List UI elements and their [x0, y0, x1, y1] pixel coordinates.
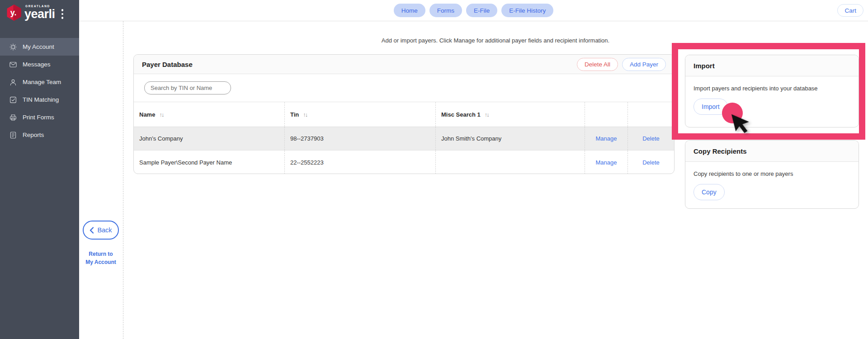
import-panel: Import Import payers and recipients into…	[685, 55, 859, 127]
nav-efile-history-button[interactable]: E-File History	[501, 4, 553, 17]
payer-tin-cell: 22--2552223	[285, 151, 436, 174]
sidebar-item-manage-team[interactable]: Manage Team	[0, 73, 79, 91]
sort-arrows-icon[interactable]: ↑↓	[159, 111, 163, 118]
copy-recipients-panel: Copy Recipients Copy recipients to one o…	[685, 140, 859, 209]
top-navigation: Home Forms E-File E-File History	[79, 4, 868, 17]
payer-panel-header: Payer Database Delete All Add Payer	[134, 55, 674, 74]
chevron-left-icon	[90, 227, 94, 234]
column-header-manage	[585, 102, 628, 127]
import-panel-header: Import	[685, 55, 859, 76]
sidebar-item-tin-matching[interactable]: TIN Matching	[0, 91, 79, 108]
column-header-misc-search: Misc Search 1 ↑↓	[436, 102, 585, 127]
copy-description: Copy recipients to one or more payers	[693, 170, 850, 177]
sidebar-item-reports[interactable]: Reports	[0, 126, 79, 144]
import-button[interactable]: Import	[693, 99, 728, 115]
copy-panel-header: Copy Recipients	[685, 141, 859, 162]
delete-link[interactable]: Delete	[642, 159, 660, 166]
payer-search-input[interactable]	[144, 81, 231, 94]
payer-database-panel: Payer Database Delete All Add Payer Name…	[133, 54, 675, 174]
svg-text:y.: y.	[10, 8, 17, 17]
payer-search-row	[134, 74, 674, 102]
column-header-delete	[628, 102, 674, 127]
add-payer-button[interactable]: Add Payer	[622, 58, 666, 71]
table-row: Sample Payer\Second Payer Name 22--25522…	[134, 151, 674, 174]
nav-home-button[interactable]: Home	[394, 4, 425, 17]
yearli-wordmark: yearli	[24, 8, 55, 20]
brand-logo[interactable]: y. GREATLAND yearli	[0, 0, 79, 21]
manage-link[interactable]: Manage	[596, 135, 617, 142]
sidebar-item-label: Messages	[23, 61, 51, 68]
sidebar-item-label: Print Forms	[23, 114, 54, 121]
person-icon	[9, 78, 17, 86]
sidebar-item-label: Reports	[23, 132, 44, 138]
payer-tin-cell: 98--2737903	[285, 127, 436, 150]
sidebar-item-label: TIN Matching	[23, 96, 59, 103]
manage-link[interactable]: Manage	[596, 159, 617, 166]
payer-misc-cell: John Smith's Company	[436, 127, 585, 150]
copy-button[interactable]: Copy	[693, 184, 725, 200]
sidebar-nav: My Account Messages Manage Team TIN Matc…	[0, 38, 79, 144]
import-panel-body: Import payers and recipients into your d…	[685, 76, 859, 115]
yearli-hexagon-logo-icon: y.	[6, 5, 22, 21]
gear-icon	[9, 43, 17, 51]
content-dashed-divider	[123, 21, 123, 339]
check-square-icon	[9, 96, 17, 104]
sidebar-item-print-forms[interactable]: Print Forms	[0, 108, 79, 126]
sort-arrows-icon[interactable]: ↑↓	[485, 111, 489, 118]
payer-misc-cell	[436, 151, 585, 174]
column-header-name: Name ↑↓	[134, 102, 285, 127]
sort-arrows-icon[interactable]: ↑↓	[303, 111, 307, 118]
nav-forms-button[interactable]: Forms	[429, 4, 462, 17]
payer-name-cell: Sample Payer\Second Payer Name	[134, 151, 285, 174]
delete-link[interactable]: Delete	[642, 135, 660, 142]
sidebar-item-label: Manage Team	[23, 79, 61, 85]
envelope-icon	[9, 61, 17, 69]
report-icon	[9, 131, 17, 139]
delete-all-button[interactable]: Delete All	[577, 58, 618, 71]
kebab-menu-icon[interactable]	[61, 9, 64, 19]
import-panel-title: Import	[693, 62, 715, 70]
back-button-label: Back	[97, 226, 112, 234]
printer-icon	[9, 113, 17, 122]
copy-panel-body: Copy recipients to one or more payers Co…	[685, 162, 859, 200]
sidebar-item-messages[interactable]: Messages	[0, 56, 79, 73]
table-row: John's Company 98--2737903 John Smith's …	[134, 127, 674, 151]
top-header: Home Forms E-File E-File History Cart	[79, 0, 868, 21]
payer-name-cell: John's Company	[134, 127, 285, 150]
import-description: Import payers and recipients into your d…	[693, 85, 850, 92]
payer-table-header: Name ↑↓ Tin ↑↓ Misc Search 1 ↑↓	[134, 102, 674, 127]
return-to-my-account-link[interactable]: Return to My Account	[72, 250, 129, 266]
sidebar-item-my-account[interactable]: My Account	[0, 38, 79, 56]
page-instruction: Add or import payers. Click Manage for a…	[123, 37, 868, 44]
back-button[interactable]: Back	[83, 221, 119, 240]
column-header-tin: Tin ↑↓	[285, 102, 436, 127]
sidebar-item-label: My Account	[23, 43, 54, 50]
sidebar: y. GREATLAND yearli My Account Messages	[0, 0, 79, 339]
payer-panel-title: Payer Database	[142, 61, 193, 68]
nav-efile-button[interactable]: E-File	[466, 4, 497, 17]
copy-panel-title: Copy Recipients	[693, 147, 747, 155]
cart-button[interactable]: Cart	[837, 4, 863, 17]
